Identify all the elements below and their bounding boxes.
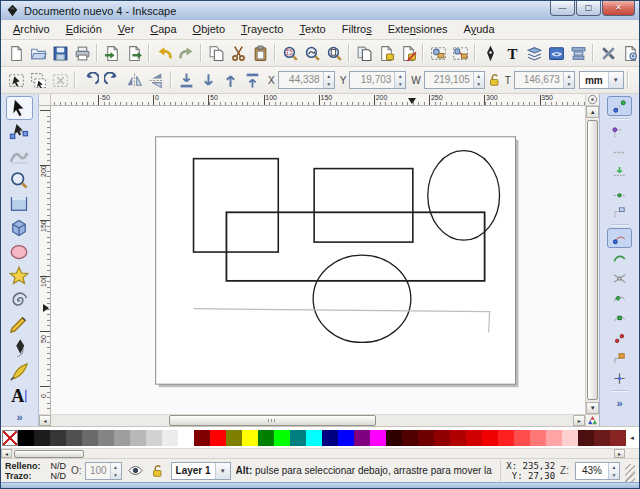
scroll-up-arrow[interactable]: ▲ [586,106,599,118]
layers-dialog-button[interactable] [523,42,545,64]
palette-swatch[interactable] [530,430,546,446]
scroll-left-arrow[interactable]: ◂ [39,415,51,426]
rotate-cw-button[interactable] [101,69,123,91]
text-tool-button[interactable]: A [6,384,33,408]
deselect-button[interactable] [49,69,71,91]
bezier-tool-button[interactable] [6,336,33,360]
palette-swatch[interactable] [594,430,610,446]
palette-swatch[interactable] [498,430,514,446]
preferences-button[interactable] [597,42,619,64]
snap-object-centers-button[interactable] [607,348,632,368]
horizontal-ruler[interactable]: -50050100150200250300350 [51,94,585,106]
zoom-field[interactable]: 43% ▲▼ [575,462,620,480]
palette-swatch[interactable] [258,430,274,446]
snap-line-midpoints-button[interactable] [607,328,632,348]
palette-swatch[interactable] [130,430,146,446]
palette-swatch-none[interactable] [2,430,18,446]
scroll-right-arrow[interactable]: ▸ [573,415,585,426]
flip-vertical-button[interactable] [145,69,167,91]
menu-texto[interactable]: Texto [291,20,333,39]
palette-swatch[interactable] [306,430,322,446]
page[interactable] [156,137,516,384]
lower-to-bottom-button[interactable] [175,69,197,91]
snap-smooth-nodes-button[interactable] [607,308,632,328]
layer-visibility-button[interactable] [127,462,144,479]
horizontal-scrollbar[interactable]: ◂ ▸ [39,414,585,426]
maximize-button[interactable]: ▢ [576,1,601,16]
palette-swatch[interactable] [146,430,162,446]
palette-swatch[interactable] [210,430,226,446]
palette-swatch[interactable] [226,430,242,446]
flip-horizontal-button[interactable] [123,69,145,91]
menu-edicin[interactable]: Edición [58,20,110,39]
color-management-button[interactable] [586,414,599,426]
menu-trayecto[interactable]: Trayecto [233,20,291,39]
menu-capa[interactable]: Capa [142,20,184,39]
palette-swatch[interactable] [178,430,194,446]
calligraphy-tool-button[interactable] [6,360,33,384]
create-clone-button[interactable] [375,42,397,64]
menu-filtros[interactable]: Filtros [334,20,380,39]
scroll-down-arrow[interactable]: ▼ [586,402,599,414]
export-button[interactable] [123,42,145,64]
align-dialog-button[interactable] [567,42,589,64]
width-field-spinner[interactable]: ▲▼ [473,72,484,88]
palette-swatch[interactable] [98,430,114,446]
snap-path-intersections-button[interactable] [607,268,632,288]
snap-bbox-edge-midpoints-button[interactable] [607,182,632,202]
palette-swatch[interactable] [162,430,178,446]
layer-lock-button[interactable] [149,462,166,479]
layer-dropdown[interactable]: Layer 1 ▼ [171,462,231,480]
ellipse-tool-button[interactable] [6,240,33,264]
palette-swatch[interactable] [18,430,34,446]
fill-stroke-dialog-button[interactable] [479,42,501,64]
palette-swatch[interactable] [338,430,354,446]
horizontal-scroll-track[interactable] [51,415,573,426]
palette-scroll-right-arrow[interactable]: ▸ [614,449,625,458]
snap-bbox-centers-button[interactable] [607,202,632,222]
drawing-canvas[interactable] [51,106,585,414]
palette-swatch[interactable] [34,430,50,446]
zoom-spinner[interactable]: ▲▼ [608,463,619,479]
print-document-button[interactable] [71,42,93,64]
pencil-tool-button[interactable] [6,312,33,336]
spiral-tool-button[interactable] [6,288,33,312]
units-dropdown[interactable]: mm ▼ [579,71,624,89]
copy-button[interactable] [205,42,227,64]
fill-stroke-indicator[interactable]: Relleno: N/D Trazo: N/D [5,461,66,481]
palette-swatch[interactable] [82,430,98,446]
save-document-button[interactable] [49,42,71,64]
palette-swatch[interactable] [194,430,210,446]
snapbar-overflow-button[interactable]: » [617,397,623,409]
minimize-button[interactable]: — [550,1,575,16]
palette-swatch[interactable] [322,430,338,446]
resize-grip[interactable] [625,464,635,482]
box3d-tool-button[interactable] [6,216,33,240]
palette-swatch[interactable] [466,430,482,446]
raise-button[interactable] [219,69,241,91]
vertical-scroll-thumb[interactable] [587,120,598,400]
zoom-drawing-button[interactable] [301,42,323,64]
height-field[interactable]: 146,673 ▲▼ [514,71,575,89]
palette-swatch[interactable] [434,430,450,446]
xml-editor-button[interactable]: <> [545,42,567,64]
menu-archivo[interactable]: Archivo [5,20,58,39]
selector-tool-button[interactable] [6,96,33,120]
lower-button[interactable] [197,69,219,91]
palette-swatch[interactable] [370,430,386,446]
snap-nodes-button[interactable] [607,228,632,248]
palette-swatch[interactable] [274,430,290,446]
menu-extensiones[interactable]: Extensiones [380,20,456,39]
width-field[interactable]: 219,105 ▲▼ [424,71,485,89]
rotate-ccw-button[interactable] [79,69,101,91]
zoom-selection-button[interactable] [279,42,301,64]
opacity-spinner[interactable]: ▲▼ [110,463,121,479]
palette-swatch[interactable] [482,430,498,446]
palette-scroll-thumb[interactable] [14,450,84,458]
document-properties-button[interactable] [619,42,640,64]
opacity-field[interactable]: 100 ▲▼ [85,462,122,480]
redo-button[interactable] [175,42,197,64]
snap-paths-button[interactable] [607,248,632,268]
menu-ayuda[interactable]: Ayuda [456,20,503,39]
horizontal-scroll-thumb[interactable] [169,415,376,426]
